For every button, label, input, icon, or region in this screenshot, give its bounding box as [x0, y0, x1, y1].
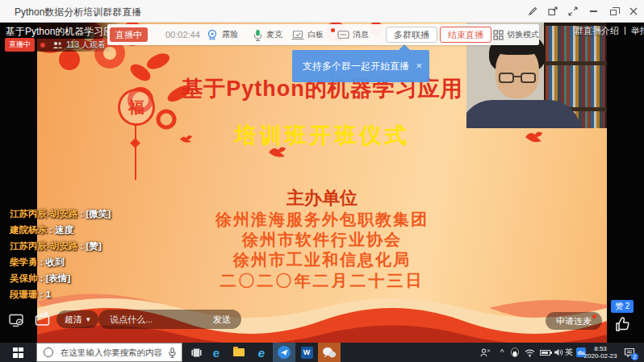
tooltip-close-icon[interactable]: × [416, 50, 422, 82]
grid-icon [493, 30, 504, 40]
chat-message: 江苏丙辰-胡安路 : [赞] [10, 238, 111, 254]
whiteboard-icon [291, 30, 304, 40]
internet-explorer-icon[interactable]: e [250, 343, 273, 362]
viewers-icon [52, 41, 63, 49]
wechat-icon[interactable] [318, 343, 341, 362]
switch-mode-label: 切换模式 [507, 29, 539, 40]
live-timer: 00:02:44 [165, 24, 200, 45]
close-icon[interactable] [628, 6, 639, 17]
windows-logo-icon [13, 347, 23, 358]
messages-label: 消息 [353, 29, 369, 40]
live-toolbar: 直播中 00:02:44 露脸 麦克 白板 [107, 24, 539, 45]
presenter-glasses [499, 73, 536, 84]
clock-date: 2020-02-23 [584, 352, 617, 360]
flip-camera-button[interactable] [34, 311, 52, 327]
edge-browser-icon[interactable]: e [205, 343, 228, 362]
taskbar-search-input[interactable] [59, 347, 169, 358]
message-bubble-icon [337, 30, 349, 40]
viewer-count-label: 113 人观看 [66, 40, 106, 51]
search-mic-icon[interactable] [169, 347, 176, 358]
whiteboard-label: 白板 [307, 29, 324, 40]
notification-dot [331, 28, 335, 32]
presenter-torso [466, 100, 581, 128]
qq-tray-icon[interactable] [508, 343, 521, 362]
cortana-icon [44, 347, 53, 357]
fullscreen-icon[interactable] [567, 6, 579, 17]
live-app-icon[interactable] [273, 343, 295, 362]
taskbar-search-box [36, 343, 182, 362]
file-explorer-icon[interactable] [228, 343, 250, 362]
notification-dot [592, 314, 596, 318]
window-titlebar: Python数据分析培训群群直播 [0, 0, 644, 23]
multi-group-broadcast-button[interactable]: 多群联播 [386, 27, 437, 43]
slide-heading: 主办单位 [37, 187, 607, 210]
chevron-down-icon: ▾ [86, 315, 90, 323]
messages-button[interactable]: 消息 [337, 24, 369, 45]
camera-icon [206, 29, 219, 40]
send-button[interactable]: 发送 [213, 314, 231, 326]
live-intro-link[interactable]: 群直播介绍 [575, 25, 619, 37]
window-controls [527, 0, 639, 23]
people-tray-icon[interactable] [476, 343, 494, 362]
request-mic-label: 申请连麦 [556, 315, 592, 327]
chat-input-pill: 发送 [98, 310, 241, 329]
recording-dot [40, 43, 45, 48]
live-badge: 直播中 [110, 27, 148, 42]
wifi-tray-icon[interactable] [522, 343, 537, 362]
quality-label: 超清 [65, 314, 82, 326]
live-status-row: 直播中 113 人观看 [5, 38, 106, 52]
chat-message-input[interactable] [108, 314, 213, 325]
camera-label: 露脸 [222, 29, 238, 40]
like-count-badge: 赞 2 [611, 300, 634, 313]
chat-panel-toggle-button[interactable] [9, 314, 25, 327]
report-link[interactable]: 举报 [631, 25, 644, 37]
right-sidebar [607, 23, 644, 343]
slide-organizer-block: 主办单位 徐州淮海服务外包职教集团 徐州市软件行业协会 徐州市工业和信息化局 二… [37, 187, 607, 291]
tooltip-text: 支持多个群一起开始直播 [303, 50, 409, 82]
notification-count-badge: 2 [631, 353, 638, 360]
chat-message: 建院杨东 : 速度 [10, 222, 111, 238]
quality-selector[interactable]: 超清 ▾ [56, 310, 98, 328]
slide-date: 二〇二〇年二月二十三日 [37, 270, 607, 291]
chat-message: 吴保帅 : [表情] [10, 270, 111, 286]
chat-message: 段珊珊 : 1 [10, 286, 111, 302]
annotate-pen-icon[interactable] [527, 6, 538, 17]
task-view-button[interactable] [186, 343, 207, 362]
camera-button[interactable]: 露脸 [206, 24, 238, 45]
tooltip-arrow [399, 44, 410, 50]
switch-mode-button[interactable]: 切换模式 [493, 24, 539, 45]
organizer-line: 徐州市软件行业协会 [37, 230, 607, 250]
ime-language-indicator[interactable]: 英 [563, 343, 575, 362]
start-button[interactable] [0, 343, 36, 362]
top-right-links: 群直播介绍 | 举报 [575, 25, 644, 37]
tray-chevron-icon[interactable]: ^ [496, 343, 508, 362]
live-status-badge: 直播中 [5, 38, 35, 52]
microphone-button[interactable]: 麦克 [253, 24, 282, 45]
windows-taskbar: e e W ^ 英 du 8:53 2020-02-23 [0, 343, 644, 362]
taskbar-clock[interactable]: 8:53 2020-02-23 [583, 343, 618, 362]
word-icon[interactable]: W [295, 343, 318, 362]
organizer-line: 徐州市工业和信息化局 [37, 250, 607, 270]
chat-message: 江苏丙辰-胡安路 : [微笑] [10, 206, 111, 222]
request-mic-button[interactable]: 申请连麦 [546, 312, 602, 330]
microphone-icon [253, 29, 263, 41]
action-center-button[interactable]: 2 [620, 343, 639, 362]
viewer-count: 113 人观看 [52, 40, 106, 51]
microphone-label: 麦克 [266, 29, 282, 40]
links-divider: | [624, 25, 626, 37]
popout-window-icon[interactable] [547, 6, 558, 17]
organizer-line: 徐州淮海服务外包职教集团 [37, 210, 607, 230]
multi-group-tooltip: 支持多个群一起开始直播 × [292, 50, 429, 82]
whiteboard-button[interactable]: 白板 [291, 24, 324, 45]
chat-overlay: 江苏丙辰-胡安路 : [微笑] 建院杨东 : 速度 江苏丙辰-胡安路 : [赞]… [10, 206, 111, 302]
restore-icon[interactable] [608, 6, 619, 17]
battery-tray-icon[interactable] [537, 343, 552, 362]
app-window: Python数据分析培训群群直播 [0, 0, 644, 362]
minimize-icon[interactable] [588, 6, 599, 17]
chat-message: 柴学勇 : 收到 [10, 254, 111, 270]
end-live-button[interactable]: 结束直播 [440, 27, 491, 43]
clock-time: 8:53 [594, 345, 607, 353]
window-title: Python数据分析培训群群直播 [15, 6, 141, 19]
thumbs-up-button[interactable] [614, 315, 633, 333]
